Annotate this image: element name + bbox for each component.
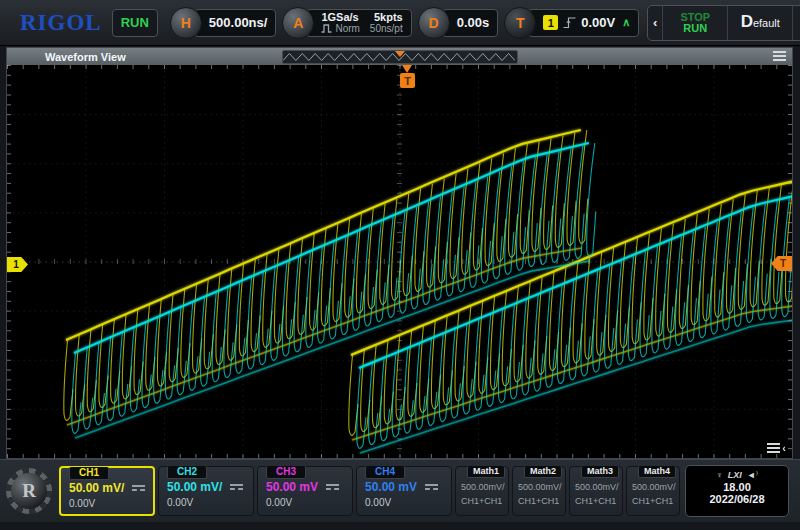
channel-tab-label: CH4: [365, 466, 405, 479]
default-button[interactable]: Default: [727, 6, 792, 40]
oscilloscope-screen: RIGOL RUN H 500.00ns/ A 1GSa/s Norm 5kpt…: [0, 0, 800, 530]
measure-button[interactable]: Measure: [792, 6, 800, 40]
math-scale-value: 500.00mV/: [461, 482, 505, 492]
stop-run-button[interactable]: STOP RUN: [662, 6, 727, 40]
math-scale-value: 500.00mV/: [518, 482, 562, 492]
trigger-group: T 1 0.00V ∧: [504, 7, 639, 39]
system-date: 2022/06/28: [686, 493, 788, 505]
dc-coupling-icon: [132, 485, 145, 491]
channel-card-ch2[interactable]: CH2 50.00 mV/ 0.00V: [158, 466, 254, 516]
horizontal-group: H 500.00ns/: [170, 7, 277, 39]
channel-offset-value: 0.00V: [266, 497, 346, 508]
rigol-logo: RIGOL: [4, 10, 110, 36]
delay-button[interactable]: 0.00s: [442, 9, 499, 37]
horizontal-knob[interactable]: H: [170, 7, 202, 39]
trigger-position-label: T: [400, 73, 415, 88]
math-expression: CH1+CH1: [632, 496, 676, 506]
channel-scale-value: 50.00 mV/: [69, 481, 124, 495]
pulse-icon: [321, 24, 332, 33]
dc-coupling-icon: [230, 484, 243, 490]
memory-depth: 5kpts: [370, 11, 403, 23]
channel-card-ch4[interactable]: CH4 50.00 mV 0.00V: [356, 466, 452, 516]
collapse-menu-icon[interactable]: ‹: [767, 443, 786, 453]
trigger-level-value: 0.00V: [581, 15, 615, 30]
trigger-position-marker[interactable]: T: [399, 65, 416, 88]
horizontal-scale-value: 500.00ns/: [209, 15, 268, 30]
math-scale-value: 500.00mV/: [632, 482, 676, 492]
acquisition-group: A 1GSa/s Norm 5kpts 50ns/pt: [282, 7, 411, 39]
run-label: RUN: [683, 23, 707, 34]
channel-offset-value: 0.00V: [167, 497, 247, 508]
rigol-gear-letter: R: [11, 473, 47, 509]
math-tab-label: Math1: [467, 466, 505, 478]
acquire-mode: Norm: [335, 23, 359, 35]
waveform-canvas[interactable]: [7, 65, 792, 458]
toolbar-prev-button[interactable]: ‹: [648, 15, 662, 30]
channel-tab-label: CH2: [167, 466, 207, 479]
run-state-badge[interactable]: RUN: [112, 9, 158, 37]
channel-offset-value: 0.00V: [365, 497, 445, 508]
dc-coupling-icon: [425, 484, 438, 490]
math-expression: CH1+CH1: [461, 496, 505, 506]
math-tab-label: Math3: [581, 466, 619, 478]
header-menu-icon[interactable]: [773, 51, 786, 61]
sample-rate: 1GSa/s: [321, 11, 359, 23]
channel-tab-label: CH1: [69, 467, 109, 480]
math-card-math2[interactable]: Math2 500.00mV/ CH1+CH1: [512, 466, 566, 516]
time-per-point: 50ns/pt: [370, 23, 403, 35]
speaker-icon: ◄⁾: [747, 470, 758, 480]
horizontal-scale-button[interactable]: 500.00ns/: [194, 9, 277, 37]
delay-value: 0.00s: [457, 15, 490, 30]
channel-offset-value: 0.00V: [69, 498, 147, 509]
waveform-display-area: T 1 T ‹: [7, 65, 792, 458]
waveform-view-title: Waveform View: [7, 51, 126, 63]
channel-card-ch3[interactable]: CH3 50.00 mV 0.00V: [257, 466, 353, 516]
system-info-panel[interactable]: ♆ LXI ◄⁾ 18.00 2022/06/28: [685, 465, 789, 517]
system-time: 18.00: [686, 481, 788, 493]
timebase-overview-strip[interactable]: [282, 50, 518, 64]
trigger-coupling-icon: ∧: [622, 16, 630, 29]
bottom-status-bar: R CH1 50.00 mV/ 0.00V CH2 50.00 mV/ 0.00…: [0, 459, 800, 522]
rising-edge-icon: [563, 16, 576, 29]
acquisition-knob[interactable]: A: [282, 7, 314, 39]
math-expression: CH1+CH1: [575, 496, 619, 506]
top-status-bar: RIGOL RUN H 500.00ns/ A 1GSa/s Norm 5kpt…: [0, 0, 800, 46]
acquisition-button[interactable]: 1GSa/s Norm 5kpts 50ns/pt: [306, 9, 411, 37]
math-tab-label: Math2: [524, 466, 562, 478]
math-tab-label: Math4: [638, 466, 676, 478]
trigger-button[interactable]: 1 0.00V ∧: [528, 9, 639, 37]
math-card-math1[interactable]: Math1 500.00mV/ CH1+CH1: [455, 466, 509, 516]
channel-card-ch1[interactable]: CH1 50.00 mV/ 0.00V: [59, 466, 155, 516]
trigger-knob[interactable]: T: [504, 7, 536, 39]
delay-group: D 0.00s: [418, 7, 499, 39]
math-expression: CH1+CH1: [518, 496, 562, 506]
trigger-position-arrow-icon: [402, 65, 412, 73]
dc-coupling-icon: [326, 484, 339, 490]
math-card-math3[interactable]: Math3 500.00mV/ CH1+CH1: [569, 466, 623, 516]
lxi-icon: LXI: [728, 470, 742, 480]
channel-scale-value: 50.00 mV: [365, 480, 417, 494]
rigol-gear-logo[interactable]: R: [6, 468, 52, 514]
stop-label: STOP: [680, 12, 710, 23]
overview-trigger-marker: [395, 51, 405, 57]
delay-knob[interactable]: D: [418, 7, 450, 39]
channel-scale-value: 50.00 mV/: [167, 480, 222, 494]
usb-icon: ♆: [716, 470, 723, 480]
channel-scale-value: 50.00 mV: [266, 480, 318, 494]
trigger-source-badge: 1: [543, 15, 558, 30]
waveform-view-header[interactable]: Waveform View: [7, 48, 792, 65]
quick-toolbar: ‹ STOP RUN Default Measure Flex Knob ›: [647, 5, 800, 41]
default-label: Default: [741, 16, 780, 29]
channel-tab-label: CH3: [266, 466, 306, 479]
math-scale-value: 500.00mV/: [575, 482, 619, 492]
math-card-math4[interactable]: Math4 500.00mV/ CH1+CH1: [626, 466, 680, 516]
waveform-view-panel: Waveform View T 1 T ‹: [6, 47, 793, 459]
